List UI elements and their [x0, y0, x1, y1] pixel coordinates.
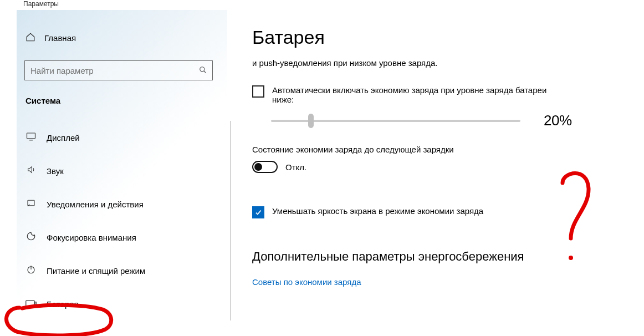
- svg-line-1: [204, 70, 206, 73]
- display-icon: [25, 132, 37, 143]
- saver-until-charge-label: Состояние экономии заряда до следующей з…: [252, 145, 644, 154]
- sidebar-item-focus[interactable]: Фокусировка внимания: [17, 221, 230, 254]
- slider-value-label: 20%: [544, 112, 572, 129]
- sidebar-item-label: Фокусировка внимания: [47, 233, 136, 242]
- window-title: Параметры: [0, 0, 644, 10]
- auto-saver-label: Автоматически включать экономию заряда п…: [272, 85, 566, 104]
- sidebar-item-battery[interactable]: Батарея: [17, 287, 230, 320]
- search-input[interactable]: [25, 66, 193, 75]
- sound-icon: [25, 165, 37, 176]
- page-title: Батарея: [252, 27, 644, 48]
- sidebar: Главная Система Дисплей Звук: [17, 10, 227, 336]
- notify-icon: [25, 198, 37, 210]
- dim-screen-label: Уменьшать яркость экрана в режиме эконом…: [272, 206, 483, 216]
- svg-rect-8: [26, 301, 34, 306]
- svg-rect-9: [35, 302, 36, 305]
- sidebar-group-label: Система: [17, 80, 227, 105]
- sidebar-item-sound[interactable]: Звук: [17, 154, 230, 187]
- sidebar-item-label: Батарея: [47, 299, 79, 309]
- sidebar-item-label: Питание и спящий режим: [47, 266, 145, 276]
- auto-saver-checkbox[interactable]: [252, 85, 264, 98]
- tips-link[interactable]: Советы по экономии заряда: [252, 277, 644, 287]
- svg-point-0: [200, 67, 205, 71]
- slider-thumb[interactable]: [308, 114, 314, 128]
- battery-threshold-slider[interactable]: [271, 120, 520, 122]
- main-panel: Батарея и push-уведомления при низком ур…: [252, 10, 644, 336]
- sidebar-item-notifications[interactable]: Уведомления и действия: [17, 187, 230, 221]
- sidebar-item-label: Уведомления и действия: [47, 200, 144, 209]
- home-label: Главная: [44, 33, 76, 43]
- sidebar-nav: Дисплей Звук Уведомления и действия Фоку…: [17, 121, 231, 320]
- svg-rect-4: [28, 200, 34, 205]
- search-box[interactable]: [24, 60, 213, 80]
- home-icon: [25, 32, 35, 44]
- svg-rect-2: [27, 133, 35, 139]
- saver-toggle[interactable]: [252, 161, 278, 173]
- sidebar-item-label: Дисплей: [47, 133, 80, 142]
- advanced-section-header: Дополнительные параметры энергосбережени…: [252, 250, 644, 264]
- sidebar-item-display[interactable]: Дисплей: [17, 121, 230, 154]
- saver-toggle-state: Откл.: [285, 162, 306, 172]
- search-icon: [193, 66, 212, 75]
- power-icon: [25, 264, 37, 277]
- page-subline: и push-уведомления при низком уровне зар…: [252, 58, 644, 68]
- home-nav[interactable]: Главная: [17, 10, 227, 44]
- sidebar-item-label: Звук: [47, 166, 64, 176]
- focus-icon: [25, 231, 37, 243]
- dim-screen-checkbox[interactable]: [252, 206, 264, 218]
- battery-icon: [25, 299, 37, 309]
- sidebar-item-power[interactable]: Питание и спящий режим: [17, 254, 230, 287]
